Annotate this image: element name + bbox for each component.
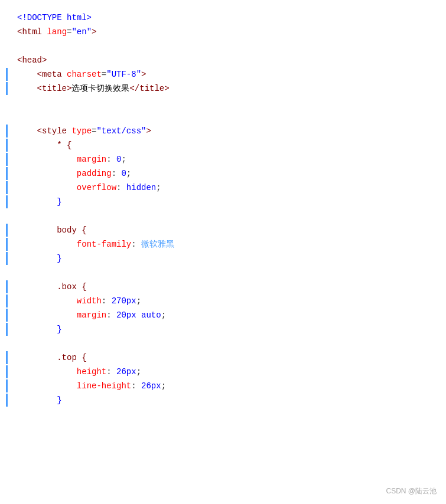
line-content (17, 96, 446, 109)
watermark: CSDN @陆云池 (386, 486, 437, 497)
line-content: <meta charset="UTF-8"> (17, 68, 446, 81)
line-content: margin: 20px auto; (17, 309, 446, 322)
line-bar (6, 153, 8, 166)
line-content: width: 270px; (17, 294, 446, 307)
line-content: <!DOCTYPE html> (17, 11, 446, 24)
page-container: <!DOCTYPE html> <html lang="en"> <head> … (0, 0, 446, 504)
line-content: <html lang="en"> (17, 25, 446, 38)
line-bar (6, 337, 8, 350)
line-bar (6, 11, 8, 24)
code-line-1: <!DOCTYPE html> (0, 11, 446, 25)
line-bar (6, 280, 8, 293)
code-line-24 (0, 336, 446, 351)
line-content: } (17, 323, 446, 336)
line-content: overflow: hidden; (17, 181, 446, 194)
line-content: <style type="text/css"> (17, 125, 446, 138)
code-line-4: <head> (0, 53, 446, 67)
line-bar (6, 54, 8, 67)
line-bar (6, 96, 8, 109)
code-line-21: width: 270px; (0, 294, 446, 308)
line-content: <head> (17, 54, 446, 67)
code-line-16: body { (0, 223, 446, 237)
code-line-10: * { (0, 138, 446, 152)
line-bar (6, 252, 8, 265)
line-bar (6, 125, 8, 138)
code-line-15 (0, 209, 446, 223)
line-content: line-height: 26px; (17, 379, 446, 392)
line-content: height: 26px; (17, 365, 446, 378)
line-bar (6, 82, 8, 95)
code-line-2: <html lang="en"> (0, 25, 446, 39)
code-line-22: margin: 20px auto; (0, 308, 446, 322)
line-content: } (17, 195, 446, 208)
line-content: .box { (17, 280, 446, 293)
line-content: font-family: 微软雅黑 (17, 238, 446, 251)
line-bar (6, 294, 8, 307)
line-bar (6, 266, 8, 279)
code-line-23: } (0, 322, 446, 336)
line-content: } (17, 394, 446, 407)
code-line-20: .box { (0, 280, 446, 294)
line-bar (6, 181, 8, 194)
line-content: body { (17, 224, 446, 237)
code-line-25: .top { (0, 351, 446, 365)
line-bar (6, 195, 8, 208)
line-bar (6, 379, 8, 392)
code-area: <!DOCTYPE html> <html lang="en"> <head> … (0, 6, 446, 412)
code-line-17: font-family: 微软雅黑 (0, 237, 446, 251)
code-line-6: <title>选项卡切换效果</title> (0, 81, 446, 96)
code-line-12: padding: 0; (0, 166, 446, 181)
line-content (17, 210, 446, 222)
line-bar (6, 210, 8, 222)
line-bar (6, 238, 8, 251)
line-content (17, 40, 446, 53)
line-bar (6, 394, 8, 407)
code-line-8 (0, 110, 446, 124)
line-bar (6, 139, 8, 152)
line-bar (6, 167, 8, 180)
line-bar (6, 365, 8, 378)
code-line-7 (0, 96, 446, 110)
code-line-28: } (0, 393, 446, 407)
line-bar (6, 309, 8, 322)
code-line-19 (0, 266, 446, 280)
line-bar (6, 40, 8, 53)
line-content (17, 110, 446, 123)
line-bar (6, 351, 8, 364)
line-bar (6, 110, 8, 123)
line-content: padding: 0; (17, 167, 446, 180)
code-line-9: <style type="text/css"> (0, 124, 446, 138)
line-content (17, 337, 446, 350)
code-line-14: } (0, 195, 446, 209)
line-content: <title>选项卡切换效果</title> (17, 82, 446, 95)
code-line-3 (0, 39, 446, 53)
code-line-13: overflow: hidden; (0, 181, 446, 195)
line-content (17, 266, 446, 279)
line-bar (6, 224, 8, 237)
code-line-18: } (0, 251, 446, 266)
line-content: } (17, 252, 446, 265)
line-bar (6, 323, 8, 336)
code-line-27: line-height: 26px; (0, 379, 446, 393)
line-content: .top { (17, 351, 446, 364)
line-bar (6, 68, 8, 81)
line-content: margin: 0; (17, 153, 446, 166)
line-bar (6, 25, 8, 38)
line-content: * { (17, 139, 446, 152)
code-line-11: margin: 0; (0, 152, 446, 166)
code-line-26: height: 26px; (0, 365, 446, 379)
code-line-5: <meta charset="UTF-8"> (0, 67, 446, 81)
